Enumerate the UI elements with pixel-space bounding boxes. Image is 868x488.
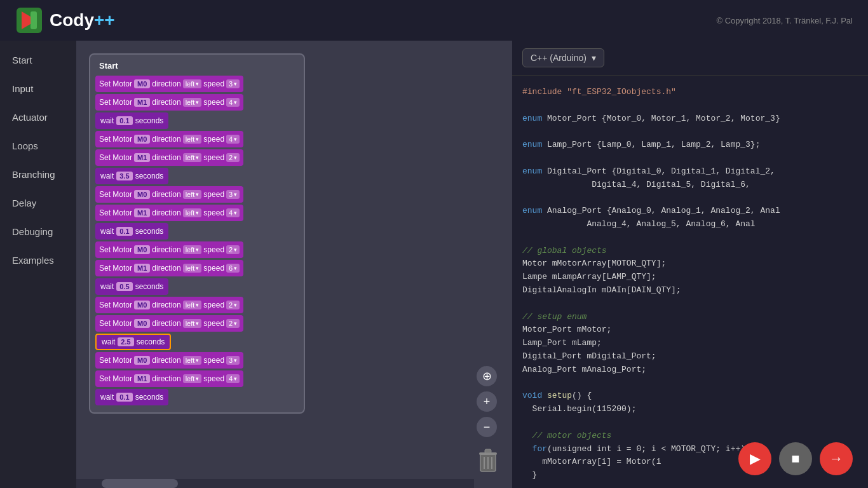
direction-label: direction	[152, 190, 180, 199]
motor-block[interactable]: Set Motor M0 direction left speed 2	[95, 315, 243, 332]
direction-dropdown[interactable]: left	[183, 374, 202, 383]
next-button[interactable]: →	[820, 442, 853, 475]
motor-id[interactable]: M0	[134, 245, 150, 254]
motor-block[interactable]: Set Motor M1 direction left speed 4	[95, 205, 243, 221]
motor-block[interactable]: Set Motor M0 direction left speed 2	[95, 241, 243, 258]
motor-block[interactable]: Set Motor M1 direction left speed 4	[95, 94, 243, 111]
speed-dropdown[interactable]: 4	[226, 208, 240, 217]
motor-id[interactable]: M1	[134, 208, 150, 217]
motor-block[interactable]: Set Motor M0 direction left speed 4	[95, 131, 243, 147]
direction-dropdown[interactable]: left	[183, 79, 202, 88]
speed-dropdown[interactable]: 4	[226, 98, 240, 107]
speed-dropdown[interactable]: 2	[226, 245, 240, 254]
motor-block[interactable]: Set Motor M1 direction left speed 6	[95, 260, 243, 276]
motor-id[interactable]: M0	[134, 301, 150, 309]
motor-id[interactable]: M0	[134, 135, 150, 144]
code-content[interactable]: #include "ft_ESP32_IOobjects.h" enum Mot…	[512, 76, 868, 488]
direction-dropdown[interactable]: left	[183, 264, 202, 273]
motor-id[interactable]: M1	[134, 98, 150, 107]
code-line: #include "ft_ESP32_IOobjects.h"	[522, 86, 858, 99]
sidebar-item-loops[interactable]: Loops	[0, 132, 76, 160]
sidebar-item-debuging[interactable]: Debuging	[0, 217, 76, 246]
direction-dropdown[interactable]: left	[183, 153, 202, 162]
sidebar-item-branching[interactable]: Branching	[0, 160, 76, 189]
motor-block[interactable]: Set Motor M0 direction left speed 3	[95, 76, 243, 92]
h-scrollbar-thumb[interactable]	[102, 479, 178, 488]
code-text: Analog_Port mAnalog_Port;	[522, 365, 646, 374]
wait-block[interactable]: wait 0.1 seconds	[95, 112, 168, 129]
motor-id[interactable]: M0	[134, 356, 150, 365]
code-text: Serial.begin(115200);	[522, 404, 636, 414]
sidebar-item-examples[interactable]: Examples	[0, 246, 76, 274]
speed-dropdown[interactable]: 3	[226, 79, 240, 88]
motor-id[interactable]: M1	[134, 374, 150, 383]
speed-dropdown[interactable]: 4	[226, 135, 240, 144]
wait-block[interactable]: wait 3.5 seconds	[95, 168, 168, 184]
speed-dropdown[interactable]: 2	[226, 153, 240, 162]
motor-block[interactable]: Set Motor M1 direction left speed 4	[95, 370, 243, 387]
language-select[interactable]: C++ (Arduino) ▾	[522, 48, 604, 67]
center-zoom-button[interactable]: ⊕	[477, 366, 497, 386]
wait-block-selected[interactable]: wait 2.5 seconds	[95, 334, 171, 350]
wait-block[interactable]: wait 0.1 seconds	[95, 389, 168, 405]
direction-label: direction	[152, 245, 180, 254]
code-line: Lamp_Port mLamp;	[522, 337, 858, 350]
direction-dropdown[interactable]: left	[183, 319, 202, 328]
sidebar-item-input[interactable]: Input	[0, 74, 76, 103]
motor-block[interactable]: Set Motor M1 direction left speed 2	[95, 149, 243, 166]
code-line: // setup enum	[522, 311, 858, 324]
motor-id[interactable]: M1	[134, 264, 150, 273]
h-scrollbar[interactable]	[76, 479, 474, 488]
code-line: Digital_4, Digital_5, Digital_6,	[522, 179, 858, 192]
wait-block[interactable]: wait 0.1 seconds	[95, 223, 168, 240]
direction-dropdown[interactable]: left	[183, 301, 202, 309]
speed-dropdown[interactable]: 2	[226, 301, 240, 309]
set-motor-label: Set Motor	[99, 301, 132, 309]
code-text: (unsigned int i = 0; i < MOTOR_QTY; i++)…	[547, 444, 756, 454]
stop-button[interactable]: ■	[779, 442, 812, 475]
block-row: Set Motor M1 direction left speed 4	[95, 205, 299, 221]
motor-id[interactable]: M0	[134, 190, 150, 199]
set-motor-label: Set Motor	[99, 356, 132, 365]
sidebar-item-actuator[interactable]: Actuator	[0, 103, 76, 132]
zoom-out-button[interactable]: −	[477, 417, 497, 437]
speed-dropdown[interactable]: 6	[226, 264, 240, 273]
motor-block[interactable]: Set Motor M0 direction left speed 2	[95, 297, 243, 313]
wait-value[interactable]: 0.1	[116, 227, 132, 236]
svg-rect-2	[31, 11, 37, 29]
block-row: Set Motor M1 direction left speed 6	[95, 260, 299, 276]
wait-block[interactable]: wait 0.5 seconds	[95, 278, 168, 295]
motor-block[interactable]: Set Motor M0 direction left speed 3	[95, 352, 243, 369]
direction-dropdown[interactable]: left	[183, 245, 202, 254]
direction-dropdown[interactable]: left	[183, 190, 202, 199]
direction-dropdown[interactable]: left	[183, 98, 202, 107]
motor-id[interactable]: M0	[134, 319, 150, 328]
trash-icon[interactable]	[477, 447, 499, 475]
set-motor-label: Set Motor	[99, 79, 132, 88]
code-line: Analog_Port mAnalog_Port;	[522, 363, 858, 377]
direction-dropdown[interactable]: left	[183, 356, 202, 365]
play-button[interactable]: ▶	[738, 442, 771, 475]
zoom-in-button[interactable]: +	[477, 391, 497, 412]
wait-value[interactable]: 0.1	[116, 116, 132, 125]
motor-block[interactable]: Set Motor M0 direction left speed 3	[95, 186, 243, 203]
code-line	[522, 482, 858, 488]
wait-value[interactable]: 2.5	[118, 337, 133, 346]
speed-dropdown[interactable]: 2	[226, 319, 240, 328]
speed-dropdown[interactable]: 3	[226, 190, 240, 199]
sidebar-item-start[interactable]: Start	[0, 46, 76, 74]
direction-dropdown[interactable]: left	[183, 135, 202, 144]
set-motor-label: Set Motor	[99, 208, 132, 217]
direction-dropdown[interactable]: left	[183, 208, 202, 217]
motor-id[interactable]: M0	[134, 79, 150, 88]
code-keyword: enum	[522, 206, 542, 215]
speed-dropdown[interactable]: 3	[226, 356, 240, 365]
speed-dropdown[interactable]: 4	[226, 374, 240, 383]
motor-id[interactable]: M1	[134, 153, 150, 162]
code-line	[522, 377, 858, 390]
wait-value[interactable]: 0.5	[116, 282, 132, 291]
wait-value[interactable]: 0.1	[116, 393, 132, 402]
app-suffix-text: ++	[94, 10, 115, 30]
wait-value[interactable]: 3.5	[116, 172, 132, 180]
sidebar-item-delay[interactable]: Delay	[0, 189, 76, 217]
